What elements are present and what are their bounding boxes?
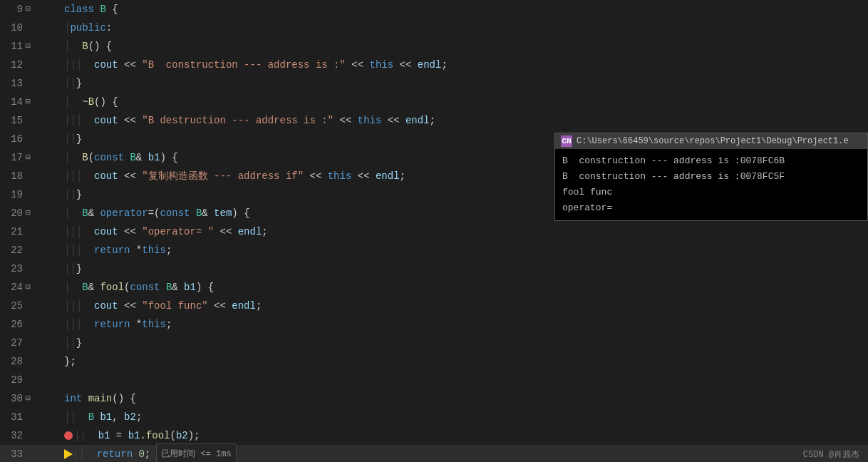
code-line-30: 30 ⊟ int main() { xyxy=(0,389,868,408)
code-text: ││ B b1, b2; xyxy=(61,408,868,426)
code-line-29: 29 xyxy=(0,371,868,389)
terminal-icon: CN xyxy=(561,135,572,147)
code-text: │││ cout << "B construction --- address … xyxy=(61,56,868,74)
terminal-body: B construction --- address is :0078FC6B … xyxy=(555,149,867,220)
code-line-25: 25 │││ cout << "fool func" << endl; xyxy=(0,297,868,315)
code-text: ││} xyxy=(61,334,868,352)
code-line-33: 33 ││ return 0;已用时间 <= 1ms xyxy=(0,445,868,462)
code-line-9: 9 ⊟ class B { xyxy=(0,0,868,19)
code-line-22: 22 │││ return *this; xyxy=(0,241,868,260)
terminal-titlebar: CN C:\Users\66459\source\repos\Project1\… xyxy=(555,133,867,149)
code-line-11: 11 ⊟ │ B() { xyxy=(0,37,868,56)
code-line-31: 31 ││ B b1, b2; xyxy=(0,408,868,426)
code-text: int main() { xyxy=(61,389,868,408)
code-line-24: 24 ⊟ │ B& fool(const B& b1) { xyxy=(0,278,868,297)
code-line-14: 14 ⊟ │ ~B() { xyxy=(0,93,868,111)
code-text: │││ cout << "B destruction --- address i… xyxy=(61,111,868,130)
terminal-line-3: fool func xyxy=(562,185,860,200)
watermark: CSDN @肖源杰 xyxy=(795,447,868,462)
code-text: }; xyxy=(61,352,868,371)
terminal-line-2: B construction --- address is :0078FC5F xyxy=(562,169,860,185)
code-line-21: 21 │││ cout << "operator= " << endl; xyxy=(0,222,868,241)
current-line-arrow xyxy=(64,449,73,459)
code-text: │public: xyxy=(61,19,868,37)
code-text: ││ b1 = b1.fool(b2); xyxy=(74,426,868,445)
code-text: ││} xyxy=(61,74,868,93)
code-area[interactable]: 9 ⊟ class B { 10 │public: 11 ⊟ │ B() { xyxy=(0,0,868,462)
editor-container: 9 ⊟ class B { 10 │public: 11 ⊟ │ B() { xyxy=(0,0,868,462)
code-text: │││ return *this; xyxy=(61,241,868,260)
code-text: │ ~B() { xyxy=(61,93,868,111)
code-text: │ B() { xyxy=(61,37,868,56)
code-text: │ B& fool(const B& b1) { xyxy=(61,278,868,297)
code-text: ││ return 0;已用时间 <= 1ms xyxy=(73,443,868,462)
breakpoint-indicator xyxy=(64,431,73,440)
code-line-23: 23 ││} xyxy=(0,260,868,278)
code-line-26: 26 │││ return *this; xyxy=(0,315,868,334)
code-text: ││} xyxy=(61,260,868,278)
code-text: │││ cout << "fool func" << endl; xyxy=(61,297,868,315)
terminal-window: CN C:\Users\66459\source\repos\Project1\… xyxy=(554,133,868,221)
code-line-28: 28 }; xyxy=(0,352,868,371)
code-text: class B { xyxy=(61,0,868,19)
code-line-12: 12 │││ cout << "B construction --- addre… xyxy=(0,56,868,74)
terminal-title-text: C:\Users\66459\source\repos\Project1\Deb… xyxy=(577,136,849,146)
code-line-10: 10 │public: xyxy=(0,19,868,37)
terminal-line-1: B construction --- address is :0078FC6B xyxy=(562,153,860,169)
code-text: │││ return *this; xyxy=(61,315,868,334)
code-line-13: 13 ││} xyxy=(0,74,868,93)
terminal-line-4: operator= xyxy=(562,200,860,216)
code-line-32: 32 ││ b1 = b1.fool(b2); xyxy=(0,426,868,445)
code-text: │││ cout << "operator= " << endl; xyxy=(61,222,868,241)
timing-tooltip: 已用时间 <= 1ms xyxy=(156,443,236,462)
code-line-27: 27 ││} xyxy=(0,334,868,352)
code-line-15: 15 │││ cout << "B destruction --- addres… xyxy=(0,111,868,130)
